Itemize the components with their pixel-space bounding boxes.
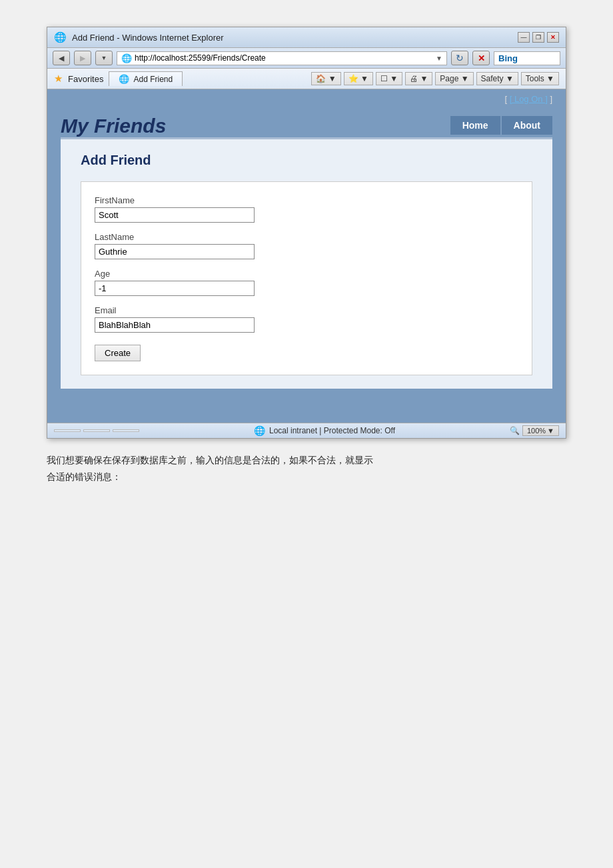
stop-button[interactable]: ✕: [472, 51, 490, 65]
browser-window: 🌐 Add Friend - Windows Internet Explorer…: [47, 27, 566, 439]
lastname-input[interactable]: [95, 244, 255, 259]
content-area: Add Friend FirstName LastName Age Email: [61, 137, 552, 389]
home-nav-button[interactable]: Home: [450, 116, 500, 135]
address-field[interactable]: 🌐 http://localhost:25599/Friends/Create …: [117, 51, 447, 65]
forward-icon: ▶: [80, 54, 85, 63]
toolbar-right: 🏠 ▼ ⭐ ▼ ☐ ▼ 🖨 ▼ Page ▼ Safety ▼ Tools ▼: [311, 72, 559, 85]
search-field[interactable]: Bing: [494, 51, 560, 65]
age-input[interactable]: [95, 281, 255, 296]
tab-page-icon: 🌐: [119, 74, 129, 84]
page-content: [ [ Log On ] ] My Friends Home About Add…: [47, 89, 566, 423]
address-text: http://localhost:25599/Friends/Create: [135, 53, 433, 63]
title-bar-left: 🌐 Add Friend - Windows Internet Explorer: [54, 31, 224, 43]
site-title: My Friends: [61, 115, 166, 137]
nav-buttons: Home About: [450, 116, 552, 137]
refresh-button[interactable]: ↻: [451, 51, 468, 65]
email-input[interactable]: [95, 317, 255, 333]
title-bar-controls: — ❐ ✕: [518, 32, 559, 43]
status-segment-2: [83, 429, 110, 432]
status-text: Local intranet | Protected Mode: Off: [269, 426, 395, 435]
tools-toolbar-button[interactable]: Tools ▼: [521, 72, 559, 85]
status-bar-left: [54, 429, 139, 432]
lastname-label: LastName: [95, 232, 512, 242]
form-container: FirstName LastName Age Email Create: [81, 181, 532, 375]
firstname-group: FirstName: [95, 195, 512, 223]
email-label: Email: [95, 305, 512, 315]
print-toolbar-button[interactable]: 🖨 ▼: [405, 72, 432, 85]
close-button[interactable]: ✕: [547, 32, 559, 43]
age-label: Age: [95, 269, 512, 279]
address-dropdown-icon[interactable]: ▼: [436, 55, 442, 62]
zoom-level: 100%: [527, 427, 546, 435]
page-icon: 🌐: [121, 53, 132, 63]
firstname-input[interactable]: [95, 207, 255, 223]
lastname-group: LastName: [95, 232, 512, 259]
address-bar: ◀ ▶ ▼ 🌐 http://localhost:25599/Friends/C…: [47, 48, 566, 69]
firstname-label: FirstName: [95, 195, 512, 205]
status-segment-1: [54, 429, 81, 432]
about-nav-button[interactable]: About: [502, 116, 552, 135]
logon-link[interactable]: [ [ Log On ] ]: [504, 94, 552, 104]
footer-text: 我们想要确保在保存到数据库之前，输入的信息是合法的，如果不合法，就显示合适的错误…: [47, 452, 566, 485]
home-toolbar-button[interactable]: 🏠 ▼: [311, 72, 340, 85]
page-toolbar-button[interactable]: Page ▼: [435, 72, 473, 85]
bing-logo: Bing: [498, 53, 518, 63]
globe-icon: 🌐: [254, 425, 265, 436]
email-group: Email: [95, 305, 512, 333]
logon-anchor[interactable]: [ Log On ]: [510, 94, 548, 104]
dropdown-button[interactable]: ▼: [95, 51, 113, 65]
minimize-button[interactable]: —: [518, 32, 530, 43]
back-icon: ◀: [59, 54, 64, 63]
create-button[interactable]: Create: [95, 345, 141, 361]
age-group: Age: [95, 269, 512, 296]
favorites-toolbar-button[interactable]: ⭐ ▼: [344, 72, 373, 85]
safety-toolbar-button[interactable]: Safety ▼: [476, 72, 518, 85]
title-bar: 🌐 Add Friend - Windows Internet Explorer…: [47, 27, 566, 48]
page-topbar: [ [ Log On ] ]: [47, 89, 566, 108]
restore-button[interactable]: ❐: [532, 32, 544, 43]
view-toolbar-button[interactable]: ☐ ▼: [376, 72, 402, 85]
tab-label: Add Friend: [133, 75, 173, 84]
favorites-star-icon: ★: [54, 73, 63, 85]
window-title: Add Friend - Windows Internet Explorer: [72, 33, 224, 43]
footer-paragraph: 我们想要确保在保存到数据库之前，输入的信息是合法的，如果不合法，就显示合适的错误…: [47, 452, 566, 485]
favorites-tab[interactable]: 🌐 Add Friend: [109, 71, 183, 86]
status-right: 🔍 100% ▼: [510, 425, 559, 436]
status-center: 🌐 Local intranet | Protected Mode: Off: [254, 425, 395, 436]
favorites-label: Favorites: [68, 74, 103, 84]
favorites-bar: ★ Favorites 🌐 Add Friend 🏠 ▼ ⭐ ▼ ☐ ▼ 🖨 ▼…: [47, 69, 566, 89]
zoom-icon: 🔍: [510, 426, 520, 435]
zoom-dropdown-icon: ▼: [547, 427, 554, 435]
site-header: My Friends Home About: [47, 108, 566, 137]
status-segment-3: [113, 429, 139, 432]
favorites-left: ★ Favorites 🌐 Add Friend: [54, 71, 183, 86]
browser-icon: 🌐: [54, 31, 67, 43]
page-heading: Add Friend: [81, 153, 532, 168]
zoom-button[interactable]: 100% ▼: [522, 425, 559, 436]
forward-button[interactable]: ▶: [74, 51, 91, 65]
back-button[interactable]: ◀: [53, 51, 70, 65]
status-bar: 🌐 Local intranet | Protected Mode: Off 🔍…: [47, 423, 566, 438]
